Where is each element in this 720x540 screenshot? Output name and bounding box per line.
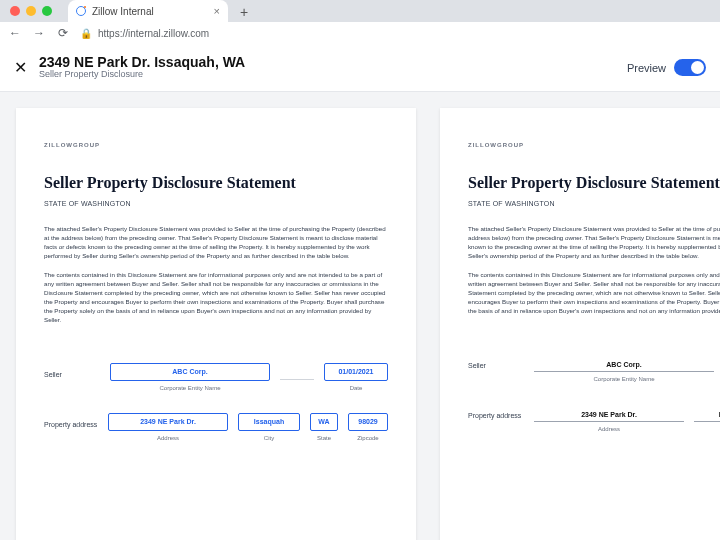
preview-toggle[interactable] xyxy=(674,59,706,76)
tab-bar: Zillow Internal × + xyxy=(0,0,720,22)
paragraph-2: The contents contained in this Disclosur… xyxy=(44,271,388,325)
seller-label: Seller xyxy=(468,354,524,369)
url-text: https://internal.zillow.com xyxy=(98,28,209,39)
favicon-icon xyxy=(76,6,86,16)
date-sublabel: Date xyxy=(350,385,363,391)
forward-icon[interactable]: → xyxy=(32,26,46,40)
entity-sublabel: Corporate Entity Name xyxy=(159,385,220,391)
city-value: Issaquah xyxy=(694,404,720,422)
address-row: Property address 2349 NE Park Dr. Addres… xyxy=(44,413,388,441)
zipcode-sublabel: Zipcode xyxy=(357,435,378,441)
maximize-window-icon[interactable] xyxy=(42,6,52,16)
address-value: 2349 NE Park Dr. xyxy=(534,404,684,422)
paragraph-2: The contents contained in this Disclosur… xyxy=(468,271,720,316)
date-field[interactable]: 01/01/2021 xyxy=(324,363,388,381)
browser-chrome: Zillow Internal × + ← → ⟳ 🔒 https://inte… xyxy=(0,0,720,44)
document-title: Seller Property Disclosure Statement xyxy=(44,174,388,192)
address-field[interactable]: 🔒 https://internal.zillow.com xyxy=(80,28,209,39)
tab-title: Zillow Internal xyxy=(92,6,154,17)
preview-toggle-group: Preview xyxy=(627,59,706,76)
lock-icon: 🔒 xyxy=(80,28,92,39)
preview-label: Preview xyxy=(627,62,666,74)
app-header: ✕ 2349 NE Park Dr. Issaquah, WA Seller P… xyxy=(0,44,720,92)
seller-row: Seller ABC Corp. Corporate Entity Name 0… xyxy=(44,363,388,391)
address-label: Property address xyxy=(44,413,98,428)
document-page-preview: ZILLOWGROUP Seller Property Disclosure S… xyxy=(440,108,720,540)
entity-value: ABC Corp. xyxy=(534,354,714,372)
zipcode-field[interactable]: 98029 xyxy=(348,413,388,431)
minimize-window-icon[interactable] xyxy=(26,6,36,16)
address-row: Property address 2349 NE Park Dr. Addres… xyxy=(468,404,720,432)
address-sublabel: Address xyxy=(157,435,179,441)
paragraph-1: The attached Seller's Property Disclosur… xyxy=(44,225,388,261)
seller-row: Seller ABC Corp. Corporate Entity Name D… xyxy=(468,354,720,382)
new-tab-button[interactable]: + xyxy=(234,2,254,22)
brand-mark: ZILLOWGROUP xyxy=(468,142,720,148)
close-icon[interactable]: ✕ xyxy=(14,58,27,77)
back-icon[interactable]: ← xyxy=(8,26,22,40)
state-field[interactable]: WA xyxy=(310,413,338,431)
close-tab-icon[interactable]: × xyxy=(214,5,220,17)
address-sublabel: Address xyxy=(598,426,620,432)
row-rule xyxy=(280,379,314,380)
page-subtitle: Seller Property Disclosure xyxy=(39,70,245,80)
address-field[interactable]: 2349 NE Park Dr. xyxy=(108,413,228,431)
state-line: STATE OF WASHINGTON xyxy=(44,200,388,207)
page-title: 2349 NE Park Dr. Issaquah, WA xyxy=(39,55,245,70)
paragraph-1: The attached Seller's Property Disclosur… xyxy=(468,225,720,261)
window-controls xyxy=(0,0,62,22)
url-bar: ← → ⟳ 🔒 https://internal.zillow.com xyxy=(0,22,720,44)
reload-icon[interactable]: ⟳ xyxy=(56,26,70,40)
state-sublabel: State xyxy=(317,435,331,441)
city-field[interactable]: Issaquah xyxy=(238,413,300,431)
entity-field[interactable]: ABC Corp. xyxy=(110,363,270,381)
entity-sublabel: Corporate Entity Name xyxy=(593,376,654,382)
brand-mark: ZILLOWGROUP xyxy=(44,142,388,148)
title-block: 2349 NE Park Dr. Issaquah, WA Seller Pro… xyxy=(39,55,245,80)
workspace: ZILLOWGROUP Seller Property Disclosure S… xyxy=(0,92,720,540)
document-page-editable: ZILLOWGROUP Seller Property Disclosure S… xyxy=(16,108,416,540)
seller-label: Seller xyxy=(44,363,100,378)
address-label: Property address xyxy=(468,404,524,419)
document-title: Seller Property Disclosure Statement xyxy=(468,174,720,192)
close-window-icon[interactable] xyxy=(10,6,20,16)
browser-tab[interactable]: Zillow Internal × xyxy=(68,0,228,22)
city-sublabel: City xyxy=(264,435,274,441)
state-line: STATE OF WASHINGTON xyxy=(468,200,720,207)
